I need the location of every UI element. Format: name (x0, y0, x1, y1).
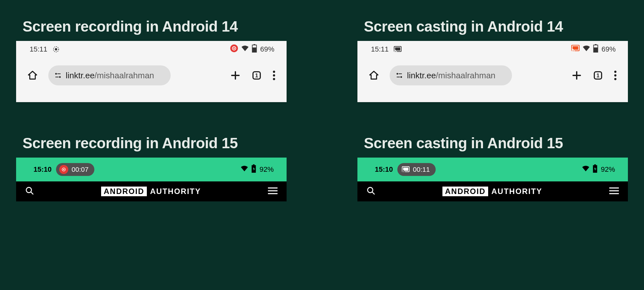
tabs-button[interactable]: 1 (592, 70, 603, 81)
clock: 15:11 (30, 45, 47, 53)
search-button[interactable] (25, 186, 34, 197)
recording-timer: 00:07 (71, 166, 89, 173)
wifi-icon (240, 164, 249, 175)
hamburger-button[interactable] (268, 187, 278, 196)
browser-toolbar: linktr.ee/mishaalrahman 1 (357, 58, 628, 93)
battery-icon (252, 44, 257, 54)
new-tab-button[interactable] (571, 70, 582, 81)
battery-percent: 92% (601, 165, 615, 174)
panel-casting-a15: Screen casting in Android 15 15:10 00:11 (357, 134, 628, 201)
site-settings-icon[interactable] (54, 72, 62, 79)
clock: 15:10 (33, 165, 52, 174)
url-text: linktr.ee/mishaalrahman (66, 71, 154, 81)
svg-point-34 (63, 169, 64, 170)
battery-icon (592, 164, 598, 175)
status-bar: 15:11 69% (357, 41, 628, 58)
svg-rect-40 (594, 164, 596, 165)
clock: 15:11 (371, 45, 389, 53)
svg-rect-10 (55, 77, 59, 77)
recording-chip[interactable]: 00:07 (56, 163, 94, 176)
url-text: linktr.ee/mishaalrahman (407, 71, 496, 81)
wifi-icon (582, 164, 590, 175)
casting-timer: 00:11 (413, 166, 430, 173)
svg-text:1: 1 (255, 72, 258, 79)
svg-rect-26 (397, 77, 400, 77)
status-bar: 15:10 00:07 92% (16, 158, 287, 181)
site-settings-icon[interactable] (395, 72, 403, 79)
svg-point-11 (59, 76, 61, 78)
app-header: ANDROID AUTHORITY (16, 181, 287, 201)
tabs-button[interactable]: 1 (251, 70, 262, 81)
svg-point-16 (273, 78, 275, 80)
logo-text: AUTHORITY (491, 187, 542, 196)
panel-recording-a14: Screen recording in Android 14 15:11 (16, 18, 287, 102)
svg-point-27 (401, 76, 402, 78)
logo-box: ANDROID (101, 187, 147, 196)
svg-rect-7 (252, 47, 256, 53)
recording-dot-icon (59, 165, 68, 174)
svg-point-32 (614, 78, 617, 80)
hamburger-button[interactable] (609, 187, 619, 196)
menu-button[interactable] (614, 70, 617, 81)
screenshot-card: 15:11 69% (16, 41, 287, 102)
svg-point-4 (233, 48, 235, 49)
panel-title: Screen recording in Android 15 (16, 134, 287, 152)
panel-recording-a15: Screen recording in Android 15 15:10 00:… (16, 134, 287, 201)
svg-point-24 (397, 73, 398, 75)
cast-icon (401, 166, 410, 173)
clock: 15:10 (375, 165, 393, 174)
search-button[interactable] (366, 186, 375, 197)
address-bar[interactable]: linktr.ee/mishaalrahman (390, 65, 512, 85)
svg-rect-39 (403, 168, 408, 171)
recording-status-icon (230, 44, 238, 54)
wifi-icon (582, 44, 591, 54)
recording-indicator-icon (52, 46, 60, 53)
svg-rect-18 (395, 47, 400, 51)
logo-text: AUTHORITY (150, 187, 201, 196)
menu-button[interactable] (272, 70, 276, 81)
browser-toolbar: linktr.ee/mishaalrahman 1 (16, 58, 287, 93)
wifi-icon (241, 44, 249, 54)
screenshot-card: 15:10 00:11 92% (357, 158, 628, 201)
svg-point-14 (273, 71, 275, 73)
svg-point-30 (614, 71, 617, 73)
svg-rect-35 (253, 164, 254, 165)
home-button[interactable] (27, 70, 38, 81)
svg-rect-25 (399, 73, 402, 74)
battery-percent: 92% (260, 165, 274, 174)
svg-rect-9 (57, 73, 61, 74)
site-logo[interactable]: ANDROID AUTHORITY (442, 187, 542, 196)
panel-title: Screen recording in Android 14 (16, 18, 287, 35)
cast-indicator-icon (394, 46, 402, 53)
status-bar: 15:11 69% (16, 41, 287, 58)
screenshot-card: 15:10 00:07 92% (16, 158, 287, 201)
svg-rect-20 (573, 46, 578, 50)
battery-percent: 69% (601, 45, 616, 53)
home-button[interactable] (368, 70, 379, 81)
battery-icon (593, 44, 598, 54)
svg-point-31 (614, 74, 617, 77)
svg-text:1: 1 (596, 72, 599, 79)
site-logo[interactable]: ANDROID AUTHORITY (101, 187, 201, 196)
battery-icon (251, 164, 256, 175)
svg-point-1 (55, 48, 57, 50)
logo-box: ANDROID (442, 187, 488, 196)
new-tab-button[interactable] (230, 70, 241, 81)
casting-chip[interactable]: 00:11 (397, 163, 436, 176)
panel-title: Screen casting in Android 14 (357, 18, 628, 35)
svg-rect-23 (593, 47, 598, 53)
app-header: ANDROID AUTHORITY (357, 181, 628, 201)
address-bar[interactable]: linktr.ee/mishaalrahman (48, 65, 171, 85)
screenshot-card: 15:11 69% (357, 41, 628, 102)
status-bar: 15:10 00:11 92% (357, 158, 628, 181)
panel-casting-a14: Screen casting in Android 14 15:11 (357, 18, 628, 102)
svg-point-15 (273, 74, 275, 77)
battery-percent: 69% (260, 45, 274, 53)
cast-status-icon (571, 45, 580, 54)
panel-title: Screen casting in Android 15 (357, 134, 628, 152)
svg-point-8 (55, 73, 57, 75)
